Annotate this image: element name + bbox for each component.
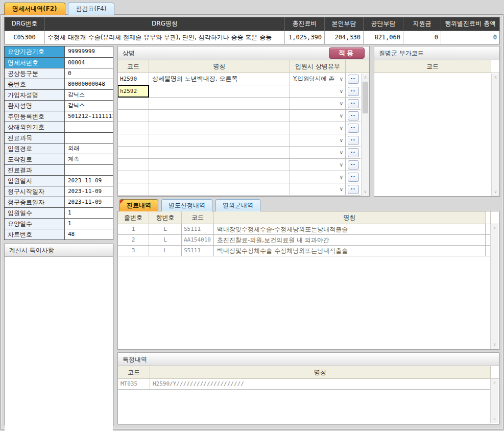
lookup-button[interactable]: ..	[348, 99, 359, 108]
disease-code-cell[interactable]	[118, 110, 149, 122]
drg-value-row[interactable]: C05300 수정체 대절개 수술(유리체 절제술 유무와 무관), 단안, 심…	[5, 31, 499, 44]
info-value-field[interactable]: 99999999	[65, 46, 113, 57]
info-value-field[interactable]: 외래	[65, 143, 113, 154]
info-value-field[interactable]: 00004	[65, 58, 113, 68]
disease-lookup-cell: ..	[345, 110, 361, 122]
tab-outlier-group[interactable]: 열외군내역	[215, 199, 260, 211]
disease-code-cell[interactable]: H2590	[118, 73, 149, 85]
info-row: 요양일수 1	[5, 218, 113, 229]
disease-code-cell[interactable]	[118, 159, 149, 171]
disease-code-cell[interactable]: h2592	[118, 85, 149, 97]
tab-checklist[interactable]: 점검표(F4)	[68, 3, 115, 15]
disease-onset-dropdown[interactable]: Y.입원당시에 존 ∨	[290, 73, 345, 85]
info-row: 요양기관기호 99999999	[5, 46, 113, 57]
disease-row: ∨ ..	[118, 122, 361, 134]
lookup-button[interactable]: ..	[348, 136, 359, 145]
disease-scrollbar[interactable]: ∧ ∨	[361, 74, 369, 196]
info-value-field[interactable]	[65, 165, 113, 175]
chevron-down-icon: ∨	[340, 186, 343, 192]
scroll-up-icon[interactable]: ∧	[491, 379, 498, 387]
disease-col-name: 명칭	[149, 60, 290, 73]
treat-item-no: L	[149, 246, 181, 256]
treatment-row[interactable]: 3 L S5111 백내장및수정체수술-수정체낭외또는낭내적출술	[118, 246, 490, 256]
drg-total-value: 1,025,390	[284, 31, 324, 44]
scroll-up-icon[interactable]: ∧	[491, 225, 498, 232]
info-value-field[interactable]: 1	[65, 208, 113, 218]
special-scrollbar[interactable]: ∧ ∨	[490, 379, 498, 423]
lookup-button[interactable]: ..	[348, 160, 359, 170]
disease-onset-dropdown[interactable]: ∨	[290, 110, 345, 122]
disease-onset-dropdown[interactable]: ∨	[290, 171, 345, 183]
scroll-down-icon[interactable]: ∨	[362, 188, 369, 196]
lookup-button[interactable]: ..	[348, 124, 359, 133]
chevron-down-icon: ∨	[340, 150, 343, 155]
info-value-field[interactable]: 2023-11-09	[65, 186, 113, 197]
treat-code: S5111	[181, 246, 213, 256]
info-value-field[interactable]: 2023-11-09	[65, 176, 113, 186]
tab-treatment-detail[interactable]: 진료내역	[119, 199, 158, 211]
disease-onset-dropdown[interactable]: ∨	[290, 147, 345, 158]
scroll-down-icon[interactable]: ∨	[491, 341, 498, 348]
info-value-field[interactable]: 501212-1111111	[65, 111, 113, 122]
treat-row-spacer	[485, 246, 490, 256]
disease-code-cell[interactable]	[118, 122, 149, 134]
info-value-field[interactable]: 계속	[65, 154, 113, 164]
treatment-row[interactable]: 1 L S5111 백내장및수정체수술-수정체낭외또는낭내적출술	[118, 224, 490, 235]
lookup-button[interactable]: ..	[348, 173, 359, 182]
treatment-scrollbar[interactable]: ∧ ∨	[490, 224, 498, 349]
disease-row: ∨ ..	[118, 110, 361, 122]
drg-name-value: 수정체 대절개 수술(유리체 절제술 유무와 무관), 단안, 심각하거나 중증…	[44, 31, 284, 44]
disease-onset-dropdown[interactable]: ∨	[290, 122, 345, 134]
scroll-thumb[interactable]	[363, 82, 368, 113]
disease-code-cell[interactable]	[118, 183, 149, 195]
disease-name-cell: 상세불명의 노년백내장, 오른쪽	[149, 73, 290, 85]
info-value-field[interactable]: 감닉스	[65, 90, 113, 100]
disease-onset-dropdown[interactable]: ∨	[290, 85, 345, 97]
disease-code-cell[interactable]	[118, 98, 149, 109]
disease-panel-header: 상병 적용	[118, 46, 369, 60]
info-label: 입원경로	[5, 143, 65, 154]
addon-table-body[interactable]	[374, 73, 499, 197]
info-value-field[interactable]: 48	[65, 229, 113, 240]
drg-header-row: DRG번호 DRG명칭 총진료비 본인부담 공단부담 지원금 행위별진료비 총액	[5, 17, 499, 31]
chevron-down-icon: ∨	[340, 101, 343, 106]
disease-onset-dropdown[interactable]: ∨	[290, 134, 345, 146]
info-value-field[interactable]: 1	[65, 219, 113, 229]
info-label: 명세서번호	[5, 58, 65, 68]
disease-onset-dropdown[interactable]: ∨	[290, 98, 345, 109]
calc-notes-body[interactable]	[5, 257, 113, 431]
info-value-field[interactable]: 감닉스	[65, 101, 113, 111]
addon-scrollbar[interactable]: ∧ ∨	[491, 74, 499, 196]
scroll-down-icon[interactable]: ∨	[492, 188, 499, 196]
info-label: 공상등구분	[5, 68, 65, 79]
scroll-up-icon[interactable]: ∧	[492, 74, 499, 81]
info-value-field[interactable]: 0	[65, 68, 113, 79]
info-value-field[interactable]	[65, 133, 113, 143]
disease-code-cell[interactable]	[118, 134, 149, 146]
lookup-button[interactable]: ..	[348, 87, 359, 96]
special-row[interactable]: MT035 H2590/Y////////////////////	[118, 379, 490, 390]
disease-table-header: 코드 명칭 입원시 상병유무	[118, 60, 369, 73]
treatment-row[interactable]: 2 L AA154010 초진진찰료-의원,보건의료원 내 의과야간	[118, 235, 490, 246]
info-label: 요양기관기호	[5, 46, 65, 57]
lookup-button[interactable]: ..	[348, 75, 359, 84]
disease-code-cell[interactable]	[118, 147, 149, 158]
apply-button[interactable]: 적용	[329, 47, 365, 59]
disease-onset-dropdown[interactable]: ∨	[290, 183, 345, 195]
drg-col-fee-total: 행위별진료비 총액	[441, 17, 499, 31]
special-table-header: 코드 명칭	[118, 366, 499, 379]
disease-lookup-cell: ..	[345, 73, 361, 85]
lookup-button[interactable]: ..	[348, 111, 359, 121]
lookup-button[interactable]: ..	[348, 185, 359, 194]
scroll-down-icon[interactable]: ∨	[491, 416, 498, 423]
treatment-tab-bar: 진료내역 별도산정내역 열외군내역	[119, 199, 260, 211]
disease-onset-dropdown[interactable]: ∨	[290, 159, 345, 171]
info-value-field[interactable]	[65, 122, 113, 132]
info-value-field[interactable]: 2023-11-09	[65, 197, 113, 207]
info-value-field[interactable]: 80000000048	[65, 79, 113, 89]
tab-statement-detail[interactable]: 명세서내역(F2)	[4, 3, 65, 15]
tab-separate-calc[interactable]: 별도산정내역	[161, 199, 212, 211]
lookup-button[interactable]: ..	[348, 148, 359, 157]
scroll-up-icon[interactable]: ∧	[362, 74, 369, 81]
disease-code-cell[interactable]	[118, 171, 149, 183]
